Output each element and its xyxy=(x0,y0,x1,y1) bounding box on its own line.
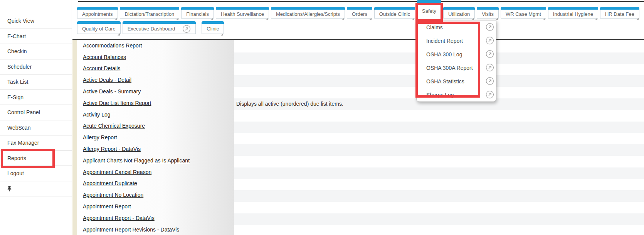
pushpin-icon[interactable] xyxy=(7,186,12,192)
report-links-column: Accommodations Report Account Balances A… xyxy=(77,40,234,235)
menu-item-label: Incident Report xyxy=(426,38,463,44)
sidebar-item-label: WebScan xyxy=(7,125,30,131)
sidebar: Quick View E-Chart Checkin Scheduler Tas… xyxy=(0,0,72,235)
module-tab[interactable]: Appointments xyxy=(77,7,118,19)
tab-label: Dictation/Transcription xyxy=(125,11,175,17)
sidebar-item[interactable]: Quick View xyxy=(0,14,72,29)
module-tab[interactable]: Orders xyxy=(347,7,372,19)
report-list-row: Account Balances xyxy=(77,51,234,63)
sidebar-item[interactable]: E-Chart xyxy=(0,29,72,44)
report-link[interactable]: Appointment No Location xyxy=(83,192,143,198)
safety-menu-item[interactable]: OSHA 300A Report xyxy=(417,61,496,74)
module-tab[interactable]: HR Data Fee xyxy=(600,7,639,19)
report-link[interactable]: Active Due List Items Report xyxy=(83,100,151,106)
report-link[interactable]: Active Deals - Detail xyxy=(83,77,131,83)
report-link[interactable]: Allergy Report - DataVis xyxy=(83,146,141,152)
dropdown-fold-icon xyxy=(369,18,372,20)
dropdown-fold-icon xyxy=(412,18,414,20)
open-in-new-circle-arrow-icon[interactable] xyxy=(486,90,494,99)
safety-menu-item[interactable]: OSHA 300 Log xyxy=(417,47,496,61)
dropdown-fold-icon xyxy=(636,18,639,20)
tab-label: HR Data Fee xyxy=(605,11,634,17)
report-list-row: Active Due List Items Report xyxy=(77,97,234,109)
report-link[interactable]: Allergy Report xyxy=(83,134,117,140)
sidebar-item-label: Task List xyxy=(7,79,28,85)
module-tab[interactable]: Health Surveillance xyxy=(216,7,269,19)
menu-item-label: OSHA 300 Log xyxy=(426,51,462,57)
report-link[interactable]: Applicant Charts Not Flagged as Is Appli… xyxy=(83,157,190,164)
report-link[interactable]: Account Balances xyxy=(83,54,126,60)
module-tab[interactable]: Dictation/Transcription xyxy=(120,7,180,19)
menu-item-label: Sharps Log xyxy=(426,92,454,98)
report-list-row: Appointment Report Revisions - DataVis xyxy=(77,224,234,235)
module-tab[interactable]: Outside Clinic xyxy=(374,7,415,19)
open-in-new-circle-arrow-icon[interactable] xyxy=(486,36,494,45)
module-tab[interactable]: Utilization xyxy=(443,7,475,19)
sidebar-item[interactable]: Scheduler xyxy=(0,59,72,75)
module-tab[interactable]: Financials xyxy=(181,7,214,19)
dropdown-fold-icon xyxy=(115,18,117,20)
report-link[interactable]: Appointment Report Revisions - DataVis xyxy=(83,227,179,233)
report-link[interactable]: Acute Chemical Exposure xyxy=(83,123,145,129)
report-list-row: Active Deals - Summary xyxy=(77,86,234,97)
report-link[interactable]: Appointment Cancel Reason xyxy=(83,169,151,175)
dropdown-fold-icon xyxy=(595,18,597,20)
open-in-new-circle-arrow-icon[interactable] xyxy=(486,23,494,31)
safety-menu-item[interactable]: Claims xyxy=(417,20,496,34)
dropdown-fold-icon xyxy=(496,18,498,20)
report-link[interactable]: Account Details xyxy=(83,65,120,71)
sidebar-item[interactable]: Logout xyxy=(0,166,72,181)
sidebar-item[interactable]: E-Sign xyxy=(0,90,72,105)
report-link[interactable]: Appointment Report - DataVis xyxy=(83,215,155,221)
sidebar-item[interactable]: Reports xyxy=(0,151,72,166)
safety-menu-item[interactable]: OSHA Statistics xyxy=(417,74,496,88)
report-list-row: Allergy Report xyxy=(77,132,234,143)
safety-menu-item[interactable]: Incident Report xyxy=(417,34,496,47)
module-tab[interactable]: Visits xyxy=(477,7,499,19)
dropdown-fold-icon xyxy=(221,33,223,36)
sidebar-item[interactable]: Checkin xyxy=(0,44,72,59)
tab-label: Orders xyxy=(352,11,367,17)
tab-label: Safety xyxy=(422,8,436,14)
tab-label: Clinic xyxy=(207,26,219,32)
menu-item-label: OSHA Statistics xyxy=(426,78,464,85)
tab-label: Utilization xyxy=(448,11,470,17)
module-tab[interactable]: Clinic xyxy=(202,21,224,34)
reports-panel-left-strip xyxy=(72,40,77,235)
tab-safety[interactable]: Safety Claims xyxy=(417,0,441,19)
open-in-new-circle-arrow-icon[interactable] xyxy=(182,25,191,33)
report-list-row: Appointment Report - DataVis xyxy=(77,212,234,224)
report-link[interactable]: Appointment Report xyxy=(83,203,131,210)
sidebar-item[interactable]: Control Panel xyxy=(0,105,72,120)
menu-item-label: OSHA 300A Report xyxy=(426,65,473,71)
dropdown-fold-icon xyxy=(211,18,213,20)
sidebar-item-label: Checkin xyxy=(7,48,27,54)
report-list-row: Appointment Report xyxy=(77,201,234,212)
sidebar-pin-row xyxy=(0,181,72,197)
open-in-new-circle-arrow-icon[interactable] xyxy=(486,77,494,85)
dropdown-fold-icon xyxy=(118,33,120,36)
dropdown-fold-icon xyxy=(266,18,268,20)
module-tab[interactable]: Industrial Hygiene xyxy=(548,7,598,19)
module-tab[interactable]: WR Case Mgmt xyxy=(501,7,546,19)
safety-menu-item[interactable]: Sharps Log xyxy=(417,88,496,101)
sidebar-item[interactable]: Fax Manager xyxy=(0,135,72,151)
module-tab[interactable]: Medications/Allergies/Scripts xyxy=(271,7,345,19)
report-link[interactable]: Activity Log xyxy=(83,112,111,118)
report-link[interactable]: Accommodations Report xyxy=(83,42,142,49)
sidebar-item-label: Quick View xyxy=(7,18,34,24)
tab-label: Visits xyxy=(482,11,494,17)
report-list-row: Appointment Duplicate xyxy=(77,178,234,189)
module-tab-bar-row2: Quality of Care Executive Dashboard Clin… xyxy=(77,21,644,34)
report-link[interactable]: Active Deals - Summary xyxy=(83,88,141,95)
tab-label: Health Surveillance xyxy=(221,11,264,17)
open-in-new-circle-arrow-icon[interactable] xyxy=(486,63,494,72)
report-link[interactable]: Appointment Duplicate xyxy=(83,180,137,186)
safety-dropdown-menu: Claims Incident Report xyxy=(416,20,496,102)
tab-executive-dashboard[interactable]: Executive Dashboard xyxy=(123,21,196,34)
report-list-row: Appointment Cancel Reason xyxy=(77,166,234,178)
module-tab[interactable]: Quality of Care xyxy=(77,21,121,34)
open-in-new-circle-arrow-icon[interactable] xyxy=(486,50,494,58)
sidebar-item[interactable]: Task List xyxy=(0,74,72,90)
sidebar-item[interactable]: WebScan xyxy=(0,120,72,136)
